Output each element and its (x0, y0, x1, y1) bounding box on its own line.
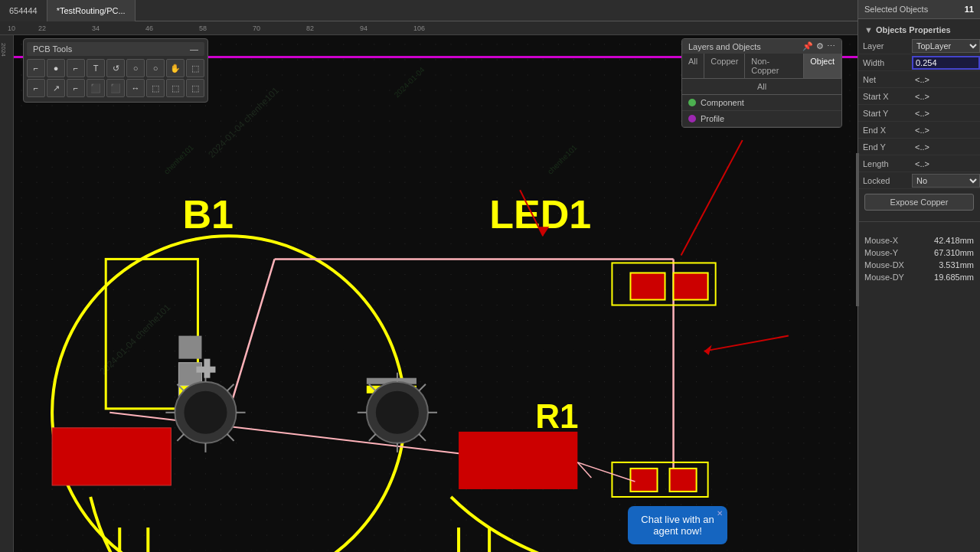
start-x-label: Start X (858, 90, 912, 103)
tool-via[interactable]: ⌐ (67, 59, 85, 77)
pcb-tools-panel: PCB Tools — ⌐ ● ⌐ T ↺ ○ ○ ✋ ⬚ ⌐ ↗ ⌐ ⬛ ⬛ … (23, 38, 208, 103)
layers-tabs: All Copper Non-Copper Object (682, 54, 841, 79)
coords-section: Mouse-X 42.418mm Mouse-Y 67.310mm Mouse-… (858, 231, 980, 286)
tool-ellipse[interactable]: ○ (146, 59, 165, 77)
start-y-value: <..> (912, 107, 980, 119)
end-x-value: <..> (912, 124, 980, 136)
chat-widget[interactable]: ✕ Chat live with an agent now! (628, 506, 727, 544)
mouse-dy-row: Mouse-DY 19.685mm (858, 271, 980, 283)
mouse-x-label: Mouse-X (864, 236, 898, 245)
tool-arc-cw[interactable]: ↺ (106, 59, 125, 77)
component-color-dot (688, 99, 696, 106)
tab-testrounting[interactable]: *TestRouting/PC... (47, 0, 136, 21)
tool-rect[interactable]: ⬛ (87, 79, 105, 97)
tools-row-1: ⌐ ● ⌐ T ↺ ○ ○ ✋ ⬚ (27, 59, 204, 77)
layer-label: Layer (858, 39, 912, 53)
locked-select[interactable]: No Yes (912, 174, 980, 188)
tab-654444[interactable]: 654444 (0, 0, 47, 21)
layers-tab-object[interactable]: Object (804, 54, 841, 78)
tool-route[interactable]: ⌐ (27, 59, 45, 77)
properties-arrow: ▼ (864, 25, 873, 34)
layers-tab-copper[interactable]: Copper (704, 54, 745, 78)
layers-title: Layers and Objects 📌 ⚙ ⋯ (682, 39, 841, 54)
tool-fill[interactable]: ⬛ (106, 79, 125, 97)
net-label: Net (858, 73, 912, 87)
tool-grid[interactable]: ⬚ (146, 79, 165, 97)
end-x-row: End X <..> (858, 122, 980, 139)
layer-row: Layer TopLayer BottomLayer (858, 38, 980, 54)
tool-circle[interactable]: ● (47, 59, 65, 77)
length-value: <..> (912, 158, 980, 170)
layers-settings-icon[interactable]: ⚙ (816, 41, 824, 51)
divider (858, 221, 980, 222)
svg-point-47 (376, 391, 419, 434)
tool-align[interactable]: ⬚ (166, 79, 185, 97)
selected-objects-label: Selected Objects (864, 5, 928, 14)
properties-section: ▼ Objects Properties Layer TopLayer Bott… (858, 19, 980, 218)
panel-resize-handle[interactable] (856, 153, 859, 306)
layers-pin-icon[interactable]: 📌 (802, 41, 813, 51)
layers-item-component[interactable]: Component (682, 95, 841, 111)
start-x-row: Start X <..> (858, 88, 980, 105)
canvas-area: 654444 *TestRouting/PC... 10 22 34 46 58… (0, 0, 858, 552)
pcb-tools-title: PCB Tools — (27, 42, 204, 56)
layers-more-icon[interactable]: ⋯ (827, 41, 835, 51)
tool-pan[interactable]: ✋ (166, 59, 185, 77)
width-row: Width (858, 54, 980, 71)
end-y-value: <..> (912, 141, 980, 153)
svg-point-21 (184, 391, 227, 434)
svg-rect-35 (674, 273, 708, 299)
mouse-dx-value: 3.531mm (939, 260, 974, 269)
tool-text[interactable]: T (87, 59, 105, 77)
layers-panel: Layers and Objects 📌 ⚙ ⋯ All Copper Non-… (681, 38, 842, 128)
svg-rect-34 (630, 273, 665, 299)
svg-rect-37 (630, 469, 657, 492)
tool-selection[interactable]: ⬚ (186, 59, 204, 77)
mouse-dx-row: Mouse-DX 3.531mm (858, 259, 980, 271)
pcb-tools-minimize[interactable]: — (190, 44, 198, 54)
mouse-y-row: Mouse-Y 67.310mm (858, 247, 980, 259)
tool-corner[interactable]: ⌐ (27, 79, 45, 97)
length-row: Length <..> (858, 155, 980, 172)
start-y-label: Start Y (858, 106, 912, 120)
locked-label: Locked (858, 174, 912, 188)
layers-tab-all[interactable]: All (682, 54, 704, 78)
width-input[interactable] (912, 56, 980, 70)
b1-label: B1 (182, 192, 234, 237)
mouse-dy-value: 19.685mm (934, 273, 974, 282)
net-row: Net <..> (858, 71, 980, 88)
layers-tab-noncopper[interactable]: Non-Copper (745, 54, 804, 78)
svg-rect-38 (670, 469, 697, 492)
right-panel-header: Selected Objects 11 (858, 0, 980, 19)
length-label: Length (858, 157, 912, 171)
svg-rect-31 (204, 359, 210, 378)
start-y-row: Start Y <..> (858, 105, 980, 122)
properties-title: ▼ Objects Properties (858, 22, 980, 38)
tool-circle2[interactable]: ○ (126, 59, 145, 77)
tool-diagonal[interactable]: ↗ (47, 79, 65, 97)
ruler-vertical: 2024 (0, 35, 14, 552)
layers-all-btn[interactable]: All (682, 79, 841, 95)
mouse-x-row: Mouse-X 42.418mm (858, 234, 980, 247)
end-y-label: End Y (858, 140, 912, 154)
mouse-dy-label: Mouse-DY (864, 273, 904, 282)
layers-item-profile[interactable]: Profile (682, 111, 841, 127)
svg-rect-19 (178, 336, 201, 359)
end-y-row: End Y <..> (858, 139, 980, 155)
tab-bar: 654444 *TestRouting/PC... (0, 0, 858, 21)
tool-pad[interactable]: ⬚ (186, 79, 204, 97)
end-x-label: End X (858, 123, 912, 137)
right-panel: Selected Objects 11 ▼ Objects Properties… (858, 0, 980, 552)
r1-label: R1 (535, 397, 578, 435)
main-container: 654444 *TestRouting/PC... 10 22 34 46 58… (0, 0, 980, 552)
locked-row: Locked No Yes (858, 172, 980, 189)
chat-close-icon[interactable]: ✕ (717, 509, 723, 518)
expose-copper-button[interactable]: Expose Copper (864, 194, 974, 211)
mouse-dx-label: Mouse-DX (864, 260, 904, 269)
tool-measure[interactable]: ↔ (126, 79, 145, 97)
mouse-y-value: 67.310mm (934, 248, 974, 257)
tool-segment[interactable]: ⌐ (67, 79, 85, 97)
layer-select[interactable]: TopLayer BottomLayer (912, 39, 980, 53)
tools-row-2: ⌐ ↗ ⌐ ⬛ ⬛ ↔ ⬚ ⬚ ⬚ (27, 79, 204, 97)
svg-rect-43 (52, 428, 171, 485)
